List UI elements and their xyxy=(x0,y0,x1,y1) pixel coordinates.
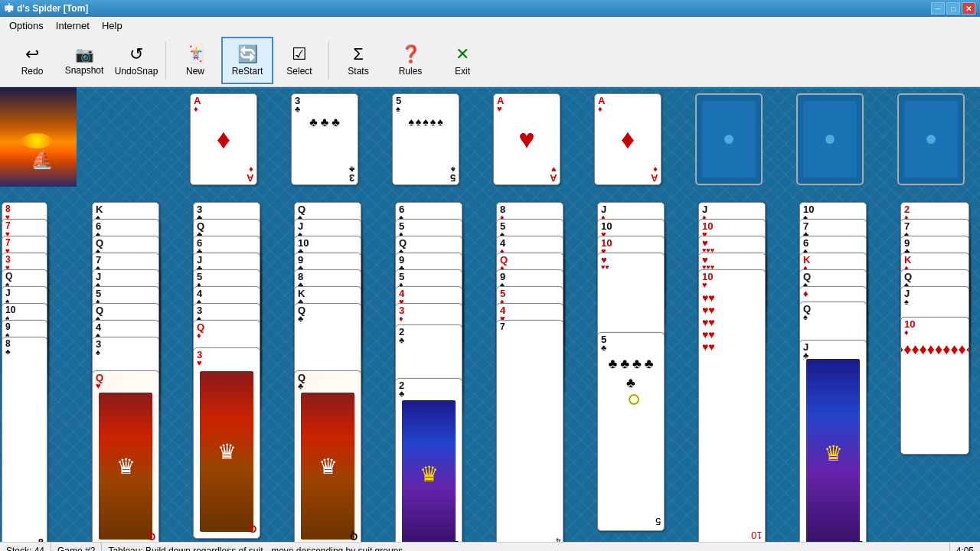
toolbar-divider-1 xyxy=(165,41,166,80)
select-icon: ☑ xyxy=(292,44,307,64)
statusbar: Stock: 44 Game #2 Tableau: Build down re… xyxy=(0,542,980,551)
stock-pile-2[interactable] xyxy=(796,93,864,185)
game-status: Game #2 xyxy=(51,543,102,551)
col5-card8[interactable]: 7 4 xyxy=(496,320,564,542)
stats-button[interactable]: Σ Stats xyxy=(332,37,384,84)
restart-icon: 🔄 xyxy=(237,44,258,64)
time-status: 4:05 xyxy=(950,543,980,551)
card-center: ♦ xyxy=(621,123,635,155)
new-icon: 🃏 xyxy=(185,44,206,64)
col6-5clubs[interactable]: 5 ♣ ♣♣ ♣ ♣♣ 5 xyxy=(597,332,665,531)
restart-label: ReStart xyxy=(232,66,263,77)
jack-figure-2: ♛ xyxy=(806,359,860,542)
stock-pile-inner-2 xyxy=(803,101,857,178)
toolbar: ↩ Redo 📷 Snapshot ↺ UndoSnap 🃏 New 🔄 ReS… xyxy=(0,34,980,87)
undosnap-label: UndoSnap xyxy=(115,66,158,77)
game-area[interactable]: ⛵ A ♦ ♦ A ♦ 3 ♣ ♣♣♣ 3 ♣ 5 ♠ ♠♠ xyxy=(0,87,980,542)
time-display: 4:05 xyxy=(956,546,974,552)
col2-card9[interactable]: 3 ♥ ♛ Q xyxy=(193,347,260,539)
card-suit: ♦ xyxy=(194,105,198,113)
card-suit: ♠ xyxy=(396,105,400,113)
col0-card9[interactable]: 8 ♣ 8 xyxy=(2,337,47,542)
cursor xyxy=(629,394,639,405)
game-number: Game #2 xyxy=(57,546,95,552)
card-suit: ♣ xyxy=(295,105,300,113)
titlebar: 🕷 d's Spider [Tom] ─ □ ✕ xyxy=(0,0,980,17)
stats-icon: Σ xyxy=(353,44,364,64)
card-suit: ♥ xyxy=(497,105,502,113)
stock-count: Stock: 44 xyxy=(6,546,44,552)
stock-dot xyxy=(724,135,733,144)
menu-options[interactable]: Options xyxy=(3,18,50,33)
select-button[interactable]: ☑ Select xyxy=(273,37,325,84)
queen-figure: ♛ xyxy=(99,393,152,540)
stock-pile-3[interactable] xyxy=(897,93,965,185)
snapshot-button[interactable]: 📷 Snapshot xyxy=(58,37,110,84)
titlebar-left: 🕷 d's Spider [Tom] xyxy=(5,3,88,14)
exit-icon: ✕ xyxy=(456,44,469,64)
close-button[interactable]: ✕ xyxy=(962,2,975,15)
exit-label: Exit xyxy=(455,66,470,77)
stock-dot-3 xyxy=(926,135,936,144)
rules-button[interactable]: ❓ Rules xyxy=(384,37,436,84)
menu-internet[interactable]: Internet xyxy=(50,18,96,33)
tableau-top-4[interactable]: A ♥ ♥ A ♥ xyxy=(493,93,560,185)
snapshot-label: Snapshot xyxy=(65,65,104,76)
jack-figure: ♛ xyxy=(402,400,456,542)
card-suit-bot: ♦ xyxy=(249,165,253,174)
new-button[interactable]: 🃏 New xyxy=(169,37,221,84)
restart-button[interactable]: 🔄 ReStart xyxy=(221,37,273,84)
col4-card9[interactable]: 2 ♣ ♛ 2 xyxy=(395,378,462,542)
queen-figure-2: ♛ xyxy=(200,371,253,532)
snapshot-icon: 📷 xyxy=(75,45,94,64)
exit-button[interactable]: ✕ Exit xyxy=(436,37,488,84)
new-label: New xyxy=(186,66,204,77)
col3-queen[interactable]: Q ♣ ♛ Q xyxy=(294,370,361,542)
toolbar-divider-2 xyxy=(328,41,329,80)
col6-card4[interactable]: ♥ ♥♥ xyxy=(597,253,665,344)
titlebar-icon: 🕷 xyxy=(5,3,14,14)
undosnap-icon: ↺ xyxy=(129,44,143,64)
col7-card5[interactable]: 10 ♥ ♥♥♥♥♥♥♥♥♥♥ 10 xyxy=(698,269,766,542)
menu-help[interactable]: Help xyxy=(96,18,129,33)
tableau-top-5[interactable]: A ♦ ♦ A ♦ xyxy=(594,93,662,185)
undosnap-button[interactable]: ↺ UndoSnap xyxy=(110,37,162,84)
tableau-top-2[interactable]: 3 ♣ ♣♣♣ 3 ♣ xyxy=(291,93,358,185)
minimize-button[interactable]: ─ xyxy=(931,2,945,15)
queen-figure-3: ♛ xyxy=(301,393,354,540)
select-label: Select xyxy=(286,66,312,77)
card-center: ♥ xyxy=(518,123,534,155)
redo-button[interactable]: ↩ Redo xyxy=(6,37,58,84)
col8-card8[interactable]: J ♣ ♛ 10 xyxy=(799,340,867,542)
stats-label: Stats xyxy=(348,66,368,77)
hint-status: Tableau: Build down regardless of suit -… xyxy=(102,543,949,551)
tableau-top-1[interactable]: A ♦ ♦ A ♦ xyxy=(190,93,257,185)
sunset-image: ⛵ xyxy=(0,87,77,187)
restore-button[interactable]: □ xyxy=(946,2,960,15)
titlebar-title: d's Spider [Tom] xyxy=(17,3,88,14)
hint-text: Tableau: Build down regardless of suit -… xyxy=(108,546,403,552)
card-suit-bot: ♠ xyxy=(451,165,456,174)
stock-pile-inner-1 xyxy=(702,101,756,178)
redo-label: Redo xyxy=(21,66,44,77)
stock-status: Stock: 44 xyxy=(0,543,51,551)
col1-queen[interactable]: Q ♥ ♛ Q xyxy=(92,370,159,542)
stock-dot-2 xyxy=(825,135,835,144)
rules-label: Rules xyxy=(399,66,423,77)
col9-card7[interactable]: 10 ♦ ♦♦♦♦♦♦♦♦♦♦ xyxy=(900,317,969,455)
card-suit-bot: ♦ xyxy=(653,165,658,174)
card-suit-bot: ♥ xyxy=(551,165,557,174)
card-suit-bot: ♣ xyxy=(349,165,354,174)
sunset-sun xyxy=(21,133,52,148)
menubar: Options Internet Help xyxy=(0,17,980,34)
rules-icon: ❓ xyxy=(400,44,421,64)
stock-pile-1[interactable] xyxy=(695,93,763,185)
titlebar-controls: ─ □ ✕ xyxy=(931,2,975,15)
redo-icon: ↩ xyxy=(25,44,39,64)
stock-pile-inner-3 xyxy=(904,101,958,178)
card-suit: ♦ xyxy=(598,105,603,113)
card-center: ♦ xyxy=(217,123,230,155)
tableau-top-3[interactable]: 5 ♠ ♠♠ ♠ ♠♠ 5 ♠ xyxy=(392,93,459,185)
sunset-boat: ⛵ xyxy=(31,148,54,170)
